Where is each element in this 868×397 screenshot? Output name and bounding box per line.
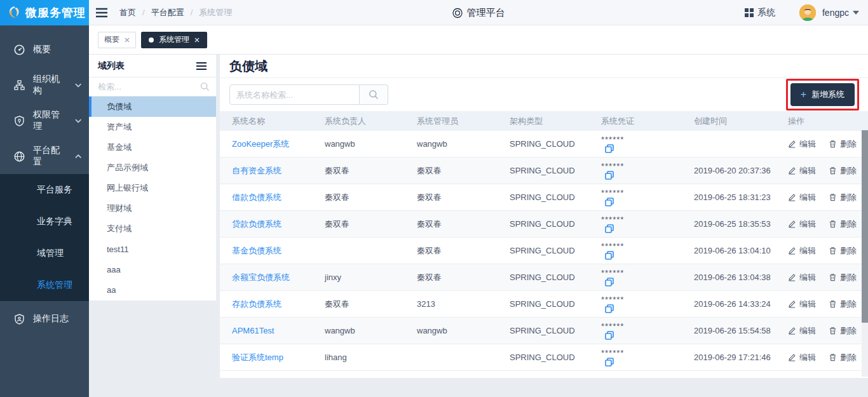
add-system-button[interactable]: + 新增系统 [790, 83, 855, 106]
sidebar-item-organization[interactable]: 组织机构 [0, 67, 89, 103]
admin-cell: wangwb [410, 139, 503, 149]
sidebar-subitem-platform-services[interactable]: 平台服务 [0, 174, 89, 206]
breadcrumb: 首页 / 平台配置 / 系统管理 [119, 7, 232, 18]
system-search-input[interactable] [229, 84, 360, 105]
system-name-link[interactable]: 存款负债系统 [232, 299, 281, 309]
scrollbar[interactable] [862, 130, 868, 377]
copy-icon[interactable] [605, 278, 614, 286]
sidebar-subitem-business-dictionary[interactable]: 业务字典 [0, 206, 89, 238]
platform-label-text: 管理平台 [467, 7, 505, 19]
domain-search-input[interactable] [89, 77, 216, 96]
sidebar-subitem-domain-management[interactable]: 域管理 [0, 238, 89, 269]
globe-icon [14, 151, 25, 162]
breadcrumb-home[interactable]: 首页 [119, 7, 136, 18]
system-name-link[interactable]: APM61Test [232, 326, 274, 335]
credential-cell: ****** [595, 241, 688, 260]
sidebar-toggle-icon[interactable] [95, 8, 108, 18]
domain-list-item[interactable]: aaa [89, 259, 216, 279]
domain-list-item[interactable]: 理财域 [89, 198, 216, 219]
created-cell: 2019-06-26 13:04:10 [688, 246, 782, 255]
owner-cell: 秦双春 [318, 299, 410, 310]
admin-cell: 秦双春 [410, 192, 503, 203]
system-name-link[interactable]: 余额宝负债系统 [232, 273, 290, 282]
close-icon[interactable] [125, 37, 130, 43]
trash-icon [829, 166, 837, 175]
edit-button[interactable]: 编辑 [788, 245, 816, 257]
scrollbar-thumb[interactable] [862, 130, 868, 323]
sidebar-item-operation-log[interactable]: 操作日志 [0, 301, 89, 337]
domain-list-item[interactable]: test11 [89, 239, 216, 259]
credential-mask: ****** [601, 241, 624, 251]
created-cell: 2019-06-29 17:21:46 [688, 353, 782, 362]
copy-icon[interactable] [605, 171, 614, 180]
delete-button[interactable]: 删除 [829, 219, 857, 230]
credential-mask: ****** [601, 161, 624, 171]
app-root: 微服务管理 首页 / 平台配置 / 系统管理 管理平台 [0, 0, 868, 397]
edit-button[interactable]: 编辑 [788, 299, 816, 310]
domain-list-item[interactable]: 资产域 [89, 117, 216, 137]
close-icon[interactable] [194, 37, 200, 43]
actions-cell: 编辑 删除 [782, 138, 868, 150]
delete-button[interactable]: 删除 [829, 272, 857, 283]
app-title: 微服务管理 [25, 5, 86, 20]
delete-button[interactable]: 删除 [829, 138, 857, 150]
system-name-link[interactable]: 贷款负债系统 [232, 219, 281, 229]
system-name-link[interactable]: 自有资金系统 [232, 166, 281, 175]
system-name-link[interactable]: 基金负债系统 [232, 246, 281, 255]
trash-icon [829, 273, 837, 281]
admin-cell: wangwb [410, 326, 503, 335]
edit-button[interactable]: 编辑 [788, 325, 816, 337]
column-header: 操作 [782, 116, 868, 127]
delete-button[interactable]: 删除 [829, 165, 857, 177]
trash-icon [829, 326, 837, 335]
avatar[interactable] [799, 4, 816, 21]
architecture-cell: SPRING_CLOUD [503, 139, 595, 149]
delete-button[interactable]: 删除 [829, 299, 857, 310]
edit-button[interactable]: 编辑 [788, 272, 816, 283]
admin-cell: 秦双春 [410, 245, 503, 257]
copy-icon[interactable] [605, 304, 614, 313]
copy-icon[interactable] [605, 331, 614, 340]
copy-icon[interactable] [605, 224, 614, 233]
system-switcher[interactable]: 系统 [745, 7, 775, 18]
edit-icon [788, 300, 796, 308]
domain-list-item[interactable]: aa [89, 279, 216, 300]
sidebar-item-permissions[interactable]: 权限管理 [0, 103, 89, 138]
red-annotation-box: + 新增系统 [786, 79, 859, 111]
delete-button[interactable]: 删除 [829, 352, 857, 363]
domain-list-item[interactable]: 基金域 [89, 137, 216, 158]
system-name-link[interactable]: 借款负债系统 [232, 192, 281, 202]
tab-system-management[interactable]: 系统管理 [141, 32, 207, 48]
domain-list-item[interactable]: 支付域 [89, 219, 216, 239]
edit-button[interactable]: 编辑 [788, 138, 816, 150]
search-button[interactable] [360, 84, 388, 105]
panel-menu-icon[interactable] [196, 62, 207, 71]
content-area: 域列表 负债域资产域基金域产品示例域网上银行域理财域支付域test11aaaaa… [89, 55, 868, 397]
copy-icon[interactable] [605, 358, 614, 367]
user-menu[interactable]: fengpc [822, 8, 859, 18]
edit-button[interactable]: 编辑 [788, 352, 816, 363]
edit-button[interactable]: 编辑 [788, 165, 816, 177]
edit-button[interactable]: 编辑 [788, 219, 816, 230]
chevron-up-icon [75, 154, 81, 159]
domain-list-item[interactable]: 产品示例域 [89, 158, 216, 178]
tab-overview[interactable]: 概要 [98, 32, 136, 48]
copy-icon[interactable] [605, 198, 614, 206]
copy-icon[interactable] [605, 144, 614, 153]
sidebar-subitem-system-management[interactable]: 系统管理 [0, 269, 89, 301]
sidebar-item-overview[interactable]: 概要 [0, 32, 89, 67]
edit-button[interactable]: 编辑 [788, 192, 816, 203]
copy-icon[interactable] [605, 251, 614, 260]
column-header: 系统名称 [226, 116, 318, 127]
app-logo[interactable]: 微服务管理 [0, 0, 89, 25]
delete-button[interactable]: 删除 [829, 192, 857, 203]
delete-button[interactable]: 删除 [829, 325, 857, 337]
sidebar-item-platform-config[interactable]: 平台配置 [0, 138, 89, 174]
system-name-link[interactable]: ZooKeeper系统 [232, 139, 289, 149]
delete-button[interactable]: 删除 [829, 245, 857, 257]
system-name-link[interactable]: 验证系统temp [232, 353, 283, 362]
created-cell: 2019-06-26 15:54:58 [688, 326, 782, 335]
domain-list-item[interactable]: 负债域 [89, 97, 216, 117]
breadcrumb-platform-config[interactable]: 平台配置 [151, 7, 184, 18]
domain-list-item[interactable]: 网上银行域 [89, 178, 216, 198]
